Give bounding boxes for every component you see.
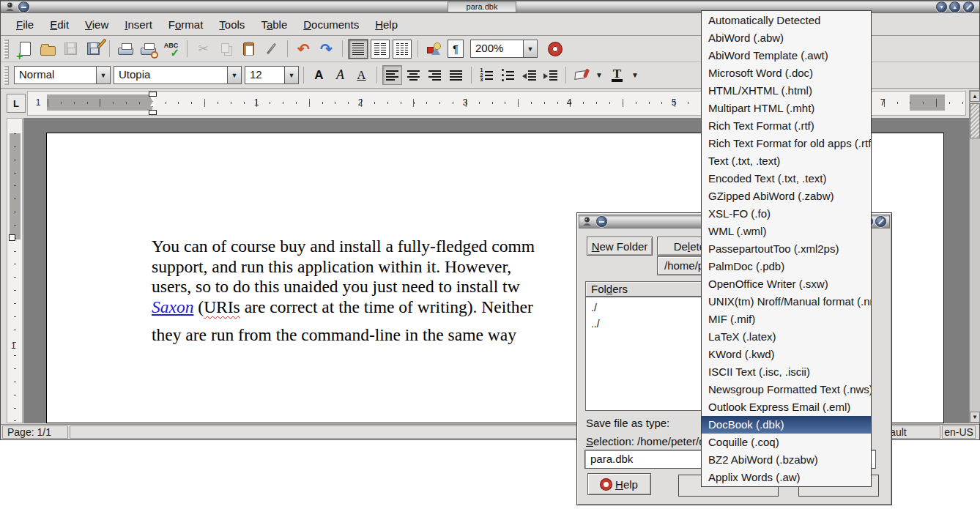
file-type-option[interactable]: Outlook Express Email (.eml)	[702, 398, 871, 416]
file-type-option[interactable]: AbiWord Template (.awt)	[702, 47, 871, 64]
close-button[interactable]	[963, 1, 974, 12]
font-color-button[interactable]: T	[607, 65, 627, 85]
vertical-ruler[interactable]: 1	[7, 118, 23, 423]
dialog-window-menu-button[interactable]	[596, 216, 607, 227]
file-type-option[interactable]: HTML/XHTML (.html)	[702, 82, 871, 100]
font-size-value[interactable]: 12	[245, 66, 284, 84]
font-value[interactable]: Utopia	[114, 66, 227, 84]
menu-file[interactable]: File	[8, 15, 42, 34]
file-type-option[interactable]: PalmDoc (.pdb)	[702, 258, 871, 275]
menu-format[interactable]: Format	[160, 15, 212, 34]
maximize-button[interactable]: ▴	[949, 1, 960, 12]
toolbar-grip[interactable]	[4, 66, 9, 85]
menu-view[interactable]: View	[77, 15, 116, 34]
file-type-option[interactable]: Microsoft Word (.doc)	[702, 64, 871, 82]
redo-button[interactable]: ↷	[315, 39, 338, 59]
align-left-button[interactable]	[382, 65, 402, 85]
file-type-option[interactable]: Multipart HTML (.mht)	[702, 100, 871, 117]
file-type-option[interactable]: PassepartoutToo (.xml2ps)	[702, 240, 871, 258]
first-line-indent-marker[interactable]	[149, 92, 157, 97]
menu-insert[interactable]: Insert	[116, 15, 160, 34]
scrollbar-thumb[interactable]	[970, 103, 980, 138]
font-color-dropdown[interactable]: ▼	[631, 71, 639, 79]
paste-button[interactable]	[237, 39, 260, 59]
file-type-option[interactable]: Coquille (.coq)	[702, 434, 871, 451]
dialog-help-button[interactable]: Help	[587, 473, 651, 495]
file-type-option[interactable]: Applix Words (.aw)	[702, 469, 871, 486]
highlight-color-dropdown[interactable]: ▼	[595, 71, 603, 79]
new-folder-button[interactable]: New Folder	[587, 237, 653, 256]
undo-button[interactable]: ↶	[292, 39, 315, 59]
file-type-option[interactable]: GZipped AbiWord (.zabw)	[702, 187, 871, 205]
toolbar-grip[interactable]	[4, 40, 9, 59]
print-button[interactable]	[114, 39, 137, 59]
style-dropdown-button[interactable]: ▼	[96, 66, 111, 84]
file-type-option[interactable]: XSL-FO (.fo)	[702, 205, 871, 223]
text-run: are correct at the time of writing). Nei…	[240, 297, 533, 316]
file-type-option[interactable]: BZ2 AbiWord (.bzabw)	[702, 451, 871, 469]
numbered-list-button[interactable]: 123	[477, 65, 497, 85]
menu-tools[interactable]: Tools	[211, 15, 253, 34]
bullet-list-button[interactable]	[498, 65, 518, 85]
file-type-option[interactable]: MIF (.mif)	[702, 311, 871, 328]
view-two-columns-button[interactable]	[371, 40, 390, 59]
underline-button[interactable]: A	[352, 65, 371, 85]
file-type-option[interactable]: Rich Text Format (.rtf)	[702, 117, 871, 135]
zoom-input[interactable]: 200%	[470, 40, 523, 58]
menu-table[interactable]: Table	[253, 15, 295, 34]
file-type-option[interactable]: ISCII Text (.isc, .iscii)	[702, 363, 871, 381]
new-document-button[interactable]: +	[14, 39, 37, 59]
top-margin-marker[interactable]	[9, 234, 15, 241]
file-type-option[interactable]: Rich Text Format for old apps (.rtf)	[702, 135, 871, 152]
save-button	[59, 39, 82, 59]
menu-help[interactable]: Help	[367, 15, 406, 34]
file-type-option[interactable]: Automatically Detected	[702, 12, 871, 29]
file-type-option[interactable]: Text (.txt, .text)	[702, 152, 871, 170]
file-type-option[interactable]: Newsgroup Formatted Text (.nws)	[702, 381, 871, 398]
align-right-button[interactable]	[425, 65, 445, 85]
left-indent-marker[interactable]	[149, 110, 157, 115]
align-center-button[interactable]	[404, 65, 423, 85]
highlight-color-button[interactable]	[571, 65, 591, 85]
print-preview-button[interactable]	[137, 39, 160, 59]
bold-button[interactable]: A	[309, 65, 329, 85]
selection-label: Selection: /home/peter/doc/	[586, 435, 720, 447]
file-type-option[interactable]: UNIX(tm) Nroff/Manual format (.nroff)	[702, 293, 871, 311]
hyperlink[interactable]: Saxon	[152, 297, 193, 316]
zoom-dropdown-button[interactable]: ▼	[523, 40, 538, 58]
document-scrollbar[interactable]: ▲ ▼	[969, 90, 980, 423]
menu-edit[interactable]: Edit	[42, 15, 77, 34]
spellcheck-button[interactable]: ABC✓	[160, 39, 182, 59]
tab-stop-selector[interactable]: L	[7, 94, 26, 113]
file-type-option[interactable]: WML (.wml)	[702, 223, 871, 240]
minimize-button[interactable]: ▾	[936, 1, 947, 12]
copy-button	[215, 39, 237, 59]
scroll-up-button[interactable]: ▲	[970, 91, 980, 102]
file-type-option[interactable]: LaTeX (.latex)	[702, 328, 871, 346]
copy-icon	[221, 43, 229, 53]
file-type-option[interactable]: OpenOffice Writer (.sxw)	[702, 275, 871, 293]
file-type-option[interactable]: DocBook (.dbk)	[702, 416, 871, 434]
italic-button[interactable]: A	[330, 65, 350, 85]
view-one-column-button[interactable]	[349, 40, 368, 59]
scroll-down-button[interactable]: ▼	[970, 412, 980, 423]
format-painter-button[interactable]	[260, 39, 283, 59]
dialog-close-button[interactable]	[875, 216, 886, 227]
font-size-dropdown-button[interactable]: ▼	[284, 66, 299, 84]
window-menu-button[interactable]	[18, 1, 29, 12]
font-dropdown-button[interactable]: ▼	[227, 66, 242, 84]
show-paragraphs-button[interactable]: ¶	[448, 40, 464, 58]
menu-documents[interactable]: Documents	[295, 15, 367, 34]
open-button[interactable]	[37, 39, 59, 59]
file-type-option[interactable]: KWord (.kwd)	[702, 346, 871, 363]
indent-more-button[interactable]	[541, 65, 560, 85]
save-as-button[interactable]	[82, 39, 105, 59]
view-three-columns-button[interactable]	[393, 40, 412, 59]
style-value[interactable]: Normal	[14, 66, 96, 84]
file-type-option[interactable]: Encoded Text (.txt, .text)	[702, 170, 871, 187]
file-type-option[interactable]: AbiWord (.abw)	[702, 29, 871, 47]
insert-shapes-button[interactable]	[423, 39, 445, 59]
align-justify-button[interactable]	[446, 65, 466, 85]
indent-less-button[interactable]	[519, 65, 539, 85]
help-button[interactable]	[543, 39, 566, 59]
